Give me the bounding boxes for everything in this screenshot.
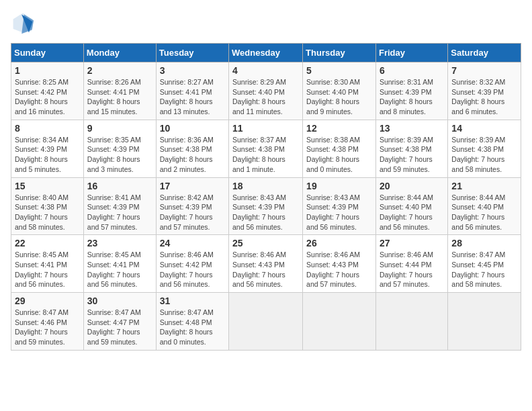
day-header-saturday: Saturday	[448, 44, 521, 62]
day-info: Sunrise: 8:30 AM Sunset: 4:40 PM Dayligh…	[306, 77, 372, 117]
day-info: Sunrise: 8:40 AM Sunset: 4:38 PM Dayligh…	[15, 193, 80, 232]
day-info: Sunrise: 8:37 AM Sunset: 4:38 PM Dayligh…	[232, 135, 299, 175]
day-info: Sunrise: 8:47 AM Sunset: 4:45 PM Dayligh…	[451, 250, 517, 289]
calendar-cell: 5 Sunrise: 8:30 AM Sunset: 4:40 PM Dayli…	[303, 62, 376, 120]
day-info: Sunrise: 8:26 AM Sunset: 4:41 PM Dayligh…	[87, 77, 152, 117]
day-number: 19	[306, 181, 372, 191]
day-number: 25	[232, 238, 299, 248]
calendar-cell: 20 Sunrise: 8:44 AM Sunset: 4:40 PM Dayl…	[375, 177, 447, 235]
calendar-cell: 13 Sunrise: 8:39 AM Sunset: 4:38 PM Dayl…	[375, 120, 447, 177]
day-number: 29	[15, 295, 80, 306]
day-info: Sunrise: 8:39 AM Sunset: 4:38 PM Dayligh…	[380, 135, 444, 175]
calendar-week-row: 22 Sunrise: 8:45 AM Sunset: 4:41 PM Dayl…	[11, 235, 521, 293]
day-number: 7	[451, 65, 517, 76]
calendar-week-row: 15 Sunrise: 8:40 AM Sunset: 4:38 PM Dayl…	[11, 177, 521, 235]
calendar-cell: 25 Sunrise: 8:46 AM Sunset: 4:43 PM Dayl…	[229, 235, 303, 293]
day-number: 20	[380, 181, 444, 191]
calendar-cell: 21 Sunrise: 8:44 AM Sunset: 4:40 PM Dayl…	[448, 177, 521, 235]
calendar-cell: 11 Sunrise: 8:37 AM Sunset: 4:38 PM Dayl…	[229, 120, 303, 177]
day-number: 10	[160, 123, 225, 134]
day-header-friday: Friday	[375, 44, 447, 62]
day-header-thursday: Thursday	[303, 44, 376, 62]
day-info: Sunrise: 8:32 AM Sunset: 4:39 PM Dayligh…	[451, 77, 517, 117]
day-number: 2	[87, 65, 152, 76]
day-number: 17	[160, 181, 225, 191]
day-header-monday: Monday	[83, 44, 156, 62]
day-number: 12	[306, 123, 372, 134]
day-number: 1	[15, 65, 80, 76]
calendar-cell: 6 Sunrise: 8:31 AM Sunset: 4:39 PM Dayli…	[375, 62, 447, 120]
day-info: Sunrise: 8:41 AM Sunset: 4:39 PM Dayligh…	[87, 193, 152, 232]
calendar-cell: 4 Sunrise: 8:29 AM Sunset: 4:40 PM Dayli…	[229, 62, 303, 120]
calendar-cell: 9 Sunrise: 8:35 AM Sunset: 4:39 PM Dayli…	[83, 120, 156, 177]
calendar-week-row: 1 Sunrise: 8:25 AM Sunset: 4:42 PM Dayli…	[11, 62, 521, 120]
day-number: 27	[380, 238, 444, 248]
day-number: 8	[15, 123, 80, 134]
calendar-cell: 29 Sunrise: 8:47 AM Sunset: 4:46 PM Dayl…	[11, 293, 84, 351]
day-info: Sunrise: 8:45 AM Sunset: 4:41 PM Dayligh…	[87, 250, 152, 289]
day-number: 26	[306, 238, 372, 248]
calendar-cell	[303, 293, 376, 351]
day-info: Sunrise: 8:38 AM Sunset: 4:38 PM Dayligh…	[306, 135, 372, 175]
calendar-week-row: 8 Sunrise: 8:34 AM Sunset: 4:39 PM Dayli…	[11, 120, 521, 177]
day-info: Sunrise: 8:43 AM Sunset: 4:39 PM Dayligh…	[232, 193, 299, 232]
day-number: 9	[87, 123, 152, 134]
day-info: Sunrise: 8:35 AM Sunset: 4:39 PM Dayligh…	[87, 135, 152, 175]
day-info: Sunrise: 8:46 AM Sunset: 4:43 PM Dayligh…	[306, 250, 372, 289]
calendar-cell: 23 Sunrise: 8:45 AM Sunset: 4:41 PM Dayl…	[83, 235, 156, 293]
day-info: Sunrise: 8:46 AM Sunset: 4:44 PM Dayligh…	[380, 250, 444, 289]
day-header-sunday: Sunday	[11, 44, 84, 62]
day-number: 28	[451, 238, 517, 248]
day-info: Sunrise: 8:27 AM Sunset: 4:41 PM Dayligh…	[160, 77, 225, 117]
day-info: Sunrise: 8:34 AM Sunset: 4:39 PM Dayligh…	[15, 135, 80, 175]
calendar-cell: 1 Sunrise: 8:25 AM Sunset: 4:42 PM Dayli…	[11, 62, 84, 120]
day-number: 11	[232, 123, 299, 134]
logo-icon	[11, 11, 35, 35]
day-info: Sunrise: 8:43 AM Sunset: 4:39 PM Dayligh…	[306, 193, 372, 232]
day-info: Sunrise: 8:39 AM Sunset: 4:38 PM Dayligh…	[451, 135, 517, 175]
calendar-cell: 27 Sunrise: 8:46 AM Sunset: 4:44 PM Dayl…	[375, 235, 447, 293]
day-number: 22	[15, 238, 80, 248]
day-info: Sunrise: 8:31 AM Sunset: 4:39 PM Dayligh…	[380, 77, 444, 117]
calendar-week-row: 29 Sunrise: 8:47 AM Sunset: 4:46 PM Dayl…	[11, 293, 521, 351]
calendar-cell: 16 Sunrise: 8:41 AM Sunset: 4:39 PM Dayl…	[83, 177, 156, 235]
day-info: Sunrise: 8:44 AM Sunset: 4:40 PM Dayligh…	[451, 193, 517, 232]
calendar-cell: 26 Sunrise: 8:46 AM Sunset: 4:43 PM Dayl…	[303, 235, 376, 293]
logo	[11, 11, 38, 35]
calendar-cell: 31 Sunrise: 8:47 AM Sunset: 4:48 PM Dayl…	[156, 293, 228, 351]
calendar-cell: 24 Sunrise: 8:46 AM Sunset: 4:42 PM Dayl…	[156, 235, 228, 293]
calendar-cell: 28 Sunrise: 8:47 AM Sunset: 4:45 PM Dayl…	[448, 235, 521, 293]
calendar-table: SundayMondayTuesdayWednesdayThursdayFrid…	[11, 43, 521, 351]
calendar-cell: 14 Sunrise: 8:39 AM Sunset: 4:38 PM Dayl…	[448, 120, 521, 177]
calendar-cell: 3 Sunrise: 8:27 AM Sunset: 4:41 PM Dayli…	[156, 62, 228, 120]
day-number: 3	[160, 65, 225, 76]
calendar-cell: 30 Sunrise: 8:47 AM Sunset: 4:47 PM Dayl…	[83, 293, 156, 351]
day-number: 14	[451, 123, 517, 134]
calendar-cell	[375, 293, 447, 351]
day-number: 6	[380, 65, 444, 76]
day-info: Sunrise: 8:46 AM Sunset: 4:43 PM Dayligh…	[232, 250, 299, 289]
day-number: 23	[87, 238, 152, 248]
calendar-cell: 12 Sunrise: 8:38 AM Sunset: 4:38 PM Dayl…	[303, 120, 376, 177]
calendar-cell: 15 Sunrise: 8:40 AM Sunset: 4:38 PM Dayl…	[11, 177, 84, 235]
calendar-cell: 22 Sunrise: 8:45 AM Sunset: 4:41 PM Dayl…	[11, 235, 84, 293]
day-info: Sunrise: 8:44 AM Sunset: 4:40 PM Dayligh…	[380, 193, 444, 232]
day-number: 15	[15, 181, 80, 191]
calendar-cell: 19 Sunrise: 8:43 AM Sunset: 4:39 PM Dayl…	[303, 177, 376, 235]
calendar-header-row: SundayMondayTuesdayWednesdayThursdayFrid…	[11, 44, 521, 62]
day-number: 24	[160, 238, 225, 248]
day-info: Sunrise: 8:47 AM Sunset: 4:46 PM Dayligh…	[15, 308, 80, 347]
day-number: 4	[232, 65, 299, 76]
day-number: 5	[306, 65, 372, 76]
day-info: Sunrise: 8:42 AM Sunset: 4:39 PM Dayligh…	[160, 193, 225, 232]
page-header	[11, 11, 521, 35]
day-header-tuesday: Tuesday	[156, 44, 228, 62]
day-info: Sunrise: 8:46 AM Sunset: 4:42 PM Dayligh…	[160, 250, 225, 289]
day-number: 16	[87, 181, 152, 191]
calendar-cell: 2 Sunrise: 8:26 AM Sunset: 4:41 PM Dayli…	[83, 62, 156, 120]
day-info: Sunrise: 8:45 AM Sunset: 4:41 PM Dayligh…	[15, 250, 80, 289]
day-number: 21	[451, 181, 517, 191]
calendar-cell: 17 Sunrise: 8:42 AM Sunset: 4:39 PM Dayl…	[156, 177, 228, 235]
day-info: Sunrise: 8:36 AM Sunset: 4:38 PM Dayligh…	[160, 135, 225, 175]
day-number: 13	[380, 123, 444, 134]
